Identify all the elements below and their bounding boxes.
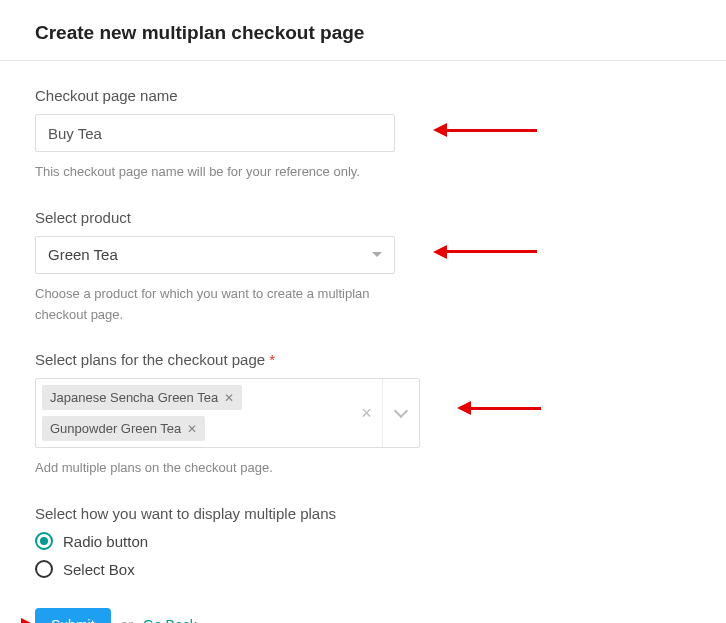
remove-tag-icon[interactable]: ✕ xyxy=(224,391,234,405)
label-select-product: Select product xyxy=(35,209,696,226)
label-select-plans-text: Select plans for the checkout page xyxy=(35,351,265,368)
helper-select-product: Choose a product for which you want to c… xyxy=(35,284,415,326)
chevron-down-icon xyxy=(372,252,382,257)
go-back-link[interactable]: Go Back xyxy=(143,617,197,623)
page-title: Create new multiplan checkout page xyxy=(35,22,696,44)
plan-tag[interactable]: Gunpowder Green Tea ✕ xyxy=(42,416,205,441)
form-actions: Submit or Go Back xyxy=(35,608,696,623)
clear-all-icon[interactable]: × xyxy=(351,379,383,447)
annotation-arrow xyxy=(3,618,35,623)
required-mark: * xyxy=(269,351,275,368)
helper-select-plans: Add multiple plans on the checkout page. xyxy=(35,458,415,479)
radio-label: Select Box xyxy=(63,561,135,578)
field-checkout-name: Checkout page name This checkout page na… xyxy=(35,87,696,183)
remove-tag-icon[interactable]: ✕ xyxy=(187,422,197,436)
annotation-arrow xyxy=(457,401,541,415)
label-checkout-name: Checkout page name xyxy=(35,87,696,104)
label-select-plans: Select plans for the checkout page * xyxy=(35,351,696,368)
helper-checkout-name: This checkout page name will be for your… xyxy=(35,162,415,183)
display-option-selectbox[interactable]: Select Box xyxy=(35,560,696,578)
chevron-down-icon xyxy=(394,404,408,418)
plan-tag-label: Japanese Sencha Green Tea xyxy=(50,390,218,405)
radio-icon xyxy=(35,560,53,578)
plan-tag-label: Gunpowder Green Tea xyxy=(50,421,181,436)
or-text: or xyxy=(121,617,133,623)
radio-label: Radio button xyxy=(63,533,148,550)
plans-multiselect[interactable]: Japanese Sencha Green Tea ✕ Gunpowder Gr… xyxy=(35,378,420,448)
label-display-type: Select how you want to display multiple … xyxy=(35,505,696,522)
field-display-type: Select how you want to display multiple … xyxy=(35,505,696,578)
field-select-plans: Select plans for the checkout page * Jap… xyxy=(35,351,696,479)
checkout-name-input[interactable] xyxy=(35,114,395,152)
plans-tags: Japanese Sencha Green Tea ✕ Gunpowder Gr… xyxy=(36,379,351,447)
product-select-value: Green Tea xyxy=(48,246,118,263)
display-option-radio[interactable]: Radio button xyxy=(35,532,696,550)
plan-tag[interactable]: Japanese Sencha Green Tea ✕ xyxy=(42,385,242,410)
annotation-arrow xyxy=(433,123,537,137)
field-select-product: Select product Green Tea Choose a produc… xyxy=(35,209,696,326)
divider xyxy=(0,60,726,61)
radio-icon xyxy=(35,532,53,550)
annotation-arrow xyxy=(433,245,537,259)
multiselect-toggle[interactable] xyxy=(383,379,419,447)
product-select[interactable]: Green Tea xyxy=(35,236,395,274)
submit-button[interactable]: Submit xyxy=(35,608,111,623)
